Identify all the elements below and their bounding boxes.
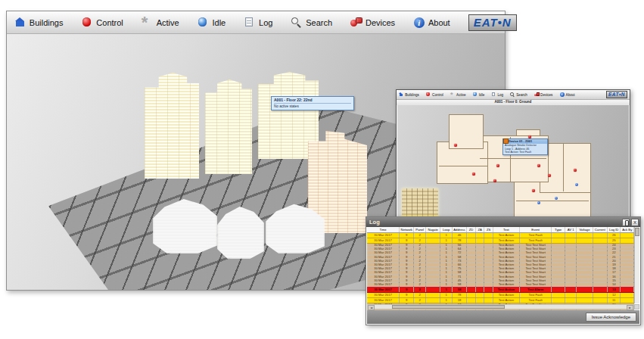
toolbar-button-search[interactable]: Search [291,17,332,28]
log-cell: 9 [400,233,414,238]
toolbar-button-active[interactable]: Active [450,92,466,97]
log-cell [577,238,593,244]
toolbar-button-search[interactable]: Search [510,92,527,97]
table-row[interactable]: 30 Mar 201792118Test ActionTest Fault11 [367,298,634,303]
log-cell: 11 [608,298,621,303]
toolbar-label: About [566,93,575,97]
log-footer: Issue Acknowledge [367,310,639,324]
toolbar-button-control[interactable]: Control [426,92,443,97]
table-row[interactable]: 30 Mar 201792146Test ActionTest Fault26 [367,233,634,238]
toolbar-label: Buildings [30,18,64,27]
toolbar-label: Search [516,93,527,97]
log-cell [552,233,565,238]
log-cell [475,287,484,293]
active-icon [142,17,153,28]
log-cell: 1 [440,233,452,238]
log-cell [565,233,576,238]
search-icon [291,17,302,28]
log-cell [593,233,607,238]
scroll-corner [634,304,639,309]
column-header[interactable]: Time [367,227,400,233]
devices-icon [534,92,539,97]
log-window-title: Log [368,219,380,225]
log-cell: Test Fault [519,233,552,238]
column-header[interactable]: AV 1 [565,227,576,233]
column-header[interactable]: ZS [484,227,493,233]
log-cell [552,298,565,303]
log-cell [577,293,593,298]
buildings-icon [14,17,26,28]
log-cell [467,238,476,244]
column-header[interactable]: Nugate [425,227,440,233]
floorplan-window: BuildingsControlActiveIdleLogSearchDevic… [396,89,630,232]
column-header[interactable]: Voltage [577,227,593,233]
building-tooltip: A001 - Floor 22: 22nd No active states [271,96,354,110]
column-header[interactable]: Loop [440,227,452,233]
log-cell [484,298,493,303]
toolbar-button-devices[interactable]: Devices [350,17,395,28]
log-cell: 13 [608,287,621,293]
pin-icon[interactable] [622,219,630,226]
log-cell [484,293,493,298]
log-cell: 78 [452,238,466,244]
toolbar-button-devices[interactable]: Devices [534,92,553,97]
column-header[interactable]: Type [552,227,565,233]
toolbar-button-about[interactable]: About [559,92,574,97]
idle-icon [473,92,478,97]
log-cell [467,293,476,298]
column-header[interactable]: ZA [475,227,484,233]
toolbar-label: Idle [479,93,484,97]
log-cell [425,293,440,298]
toolbar-button-log[interactable]: Log [244,17,272,28]
log-cell [621,287,634,293]
building-tower-1[interactable] [145,73,199,179]
issue-acknowledge-button[interactable]: Issue Acknowledge [586,313,636,322]
toolbar-button-buildings[interactable]: Buildings [399,92,419,97]
toolbar-button-active[interactable]: Active [142,17,179,28]
log-cell: 2 [414,287,425,293]
column-header[interactable]: Panel [414,227,425,233]
log-cell: 2 [414,233,425,238]
column-header[interactable]: ZD [467,227,476,233]
log-cell [565,287,576,293]
log-cell: 9 [400,287,414,293]
column-header[interactable]: Current [593,227,607,233]
toolbar-button-about[interactable]: About [413,17,450,28]
toolbar-button-idle[interactable]: Idle [198,17,226,28]
column-header[interactable]: Event [519,227,552,233]
toolbar-button-idle[interactable]: Idle [473,92,485,97]
toolbar-label: About [428,18,450,27]
log-cell [475,238,484,244]
toolbar-button-log[interactable]: Log [491,92,503,97]
table-row[interactable]: 30 Mar 201792178Test ActionTest Fault12 [367,293,634,298]
log-cell [621,233,634,238]
tooltip-title: A001 - Floor 22: 22nd [274,98,351,104]
log-cell [593,287,607,293]
log-cell: 18 [452,298,466,303]
log-cell [552,287,565,293]
log-cell [425,233,440,238]
close-icon[interactable]: X [631,219,639,226]
floorplan-canvas[interactable] [397,105,629,231]
toolbar-button-control[interactable]: Control [81,17,123,28]
log-cell [565,293,576,298]
table-row[interactable]: 30 Mar 201792178Test ActionTest Fault25 [367,238,634,244]
log-cell: 2 [414,238,425,244]
log-cell [621,238,634,244]
vertical-scrollbar[interactable] [634,227,639,303]
toolbar-label: Control [432,93,443,97]
log-icon [491,92,496,97]
eaton-logo: EAT•N [468,14,517,31]
column-header[interactable]: Log ID [608,227,621,233]
column-header[interactable]: Address [452,227,466,233]
scrollbar-thumb[interactable] [392,305,505,309]
column-header[interactable]: Network [400,227,414,233]
column-header[interactable]: Text [493,227,519,233]
column-header[interactable]: Ack By [621,227,634,233]
horizontal-scrollbar[interactable] [367,304,634,309]
buildings-icon [399,92,403,97]
log-cell: 2 [414,293,425,298]
toolbar-button-buildings[interactable]: Buildings [14,17,63,28]
building-tower-2[interactable] [205,79,252,174]
table-row[interactable]: 30 Mar 201792158Test ActionTest Alarm13 [367,287,634,293]
